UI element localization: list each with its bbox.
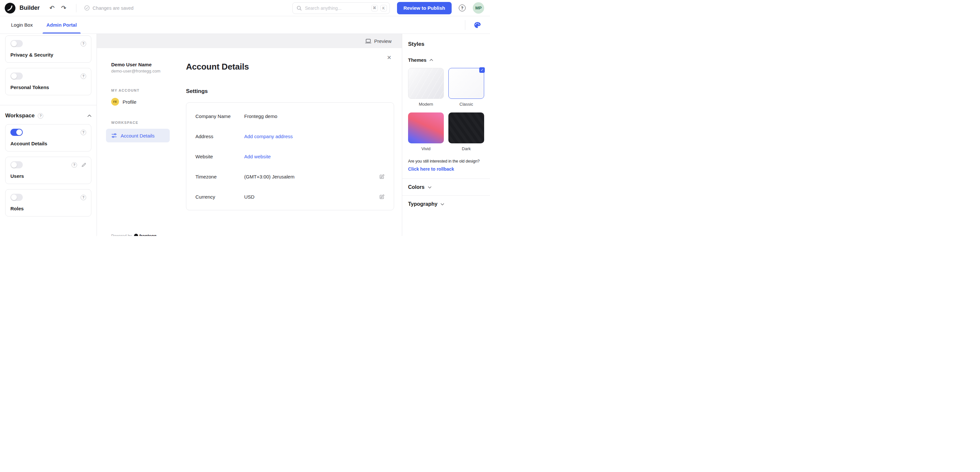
undo-button[interactable]: ↶ <box>48 4 57 12</box>
preview-label: Preview <box>374 38 391 44</box>
portal-user-email: demo-user@frontegg.com <box>111 68 179 73</box>
help-tooltip-icon[interactable]: ? <box>38 113 43 119</box>
help-tooltip-icon[interactable]: ? <box>81 41 86 46</box>
roles-toggle[interactable] <box>10 194 23 201</box>
k-key-badge: K <box>380 5 387 11</box>
theme-option-classic[interactable]: ✓ Classic <box>449 68 484 106</box>
tab-login-box[interactable]: Login Box <box>10 16 34 33</box>
builder-app: Builder ↶ ↷ Changes are saved ⌘ K Review… <box>0 0 490 236</box>
toggle-knob <box>11 194 17 200</box>
rollback-question: Are you still interested in the old desi… <box>408 159 484 164</box>
feature-card-roles: ? Roles <box>5 189 91 216</box>
portal-user: Demo User Name demo-user@frontegg.com <box>111 62 179 73</box>
theme-option-modern[interactable]: Modern <box>408 68 444 106</box>
personal-tokens-toggle[interactable] <box>10 73 23 79</box>
cmd-key-badge: ⌘ <box>371 5 378 11</box>
search-input[interactable] <box>304 5 369 11</box>
edit-icon[interactable] <box>379 174 385 180</box>
colors-collapse-header[interactable]: Colors <box>408 179 484 195</box>
workspace-section-header: Workspace ? <box>0 113 97 119</box>
colors-title: Colors <box>408 184 425 190</box>
topbar: Builder ↶ ↷ Changes are saved ⌘ K Review… <box>0 0 490 16</box>
card-label: Privacy & Security <box>10 52 86 57</box>
question-glyph: ? <box>82 41 84 46</box>
field-value: USD <box>244 194 255 200</box>
theme-thumbnail-dark <box>449 113 484 143</box>
theme-thumbnail-modern <box>408 68 444 99</box>
toggle-knob <box>11 41 17 46</box>
chevron-up-icon[interactable] <box>88 114 91 117</box>
help-tooltip-icon[interactable]: ? <box>81 195 86 200</box>
divider <box>76 4 76 12</box>
profile-avatar: FE <box>111 98 119 106</box>
card-label: Personal Tokens <box>10 84 86 90</box>
field-value: (GMT+3:00) Jerusalem <box>244 174 294 180</box>
review-to-publish-button[interactable]: Review to Publish <box>397 2 452 14</box>
redo-button[interactable]: ↷ <box>59 4 68 12</box>
settings-section-title: Settings <box>186 88 394 95</box>
search-icon <box>296 6 302 11</box>
theme-option-dark[interactable]: Dark <box>449 113 484 151</box>
tab-admin-portal[interactable]: Admin Portal <box>45 16 78 33</box>
help-tooltip-icon[interactable]: ? <box>81 130 86 135</box>
card-label: Account Details <box>10 141 86 146</box>
feature-card-personal-tokens: ? Personal Tokens <box>5 68 91 95</box>
chevron-down-icon <box>441 203 444 205</box>
nav-item-profile[interactable]: FE Profile <box>111 98 179 106</box>
field-label: Address <box>196 133 244 139</box>
palette-icon[interactable] <box>474 21 481 29</box>
user-avatar[interactable]: MP <box>473 2 484 14</box>
add-company-address-link[interactable]: Add company address <box>244 133 293 139</box>
check-circle-icon <box>84 5 90 11</box>
selected-check-icon: ✓ <box>479 67 485 73</box>
save-status-text: Changes are saved <box>93 6 134 11</box>
feature-card-users: ? Users <box>5 157 91 184</box>
users-toggle[interactable] <box>10 161 23 168</box>
help-tooltip-icon[interactable]: ? <box>72 162 77 168</box>
styles-title: Styles <box>408 41 484 48</box>
toggle-knob <box>11 162 17 168</box>
topbar-left: Builder ↶ ↷ Changes are saved <box>5 3 134 14</box>
close-icon[interactable]: ✕ <box>385 55 393 61</box>
field-label: Company Name <box>196 113 244 119</box>
rollback-link[interactable]: Click here to rollback <box>408 167 454 172</box>
styles-panel: Styles Themes Modern ✓ Classic <box>402 34 490 236</box>
chevron-up-icon <box>430 59 433 61</box>
preview-band: Preview <box>97 34 402 48</box>
account-settings-card: Company Name Frontegg demo Address Add c… <box>186 102 394 210</box>
feature-sidebar: ? Privacy & Security ? Personal Tokens W… <box>0 34 97 236</box>
content: ? Privacy & Security ? Personal Tokens W… <box>0 34 490 236</box>
workspace-section: Workspace ? ? Account Details <box>0 105 97 216</box>
privacy-security-toggle[interactable] <box>10 40 23 47</box>
divider <box>465 20 465 30</box>
help-tooltip-icon[interactable]: ? <box>81 73 86 79</box>
add-website-link[interactable]: Add website <box>244 154 271 159</box>
theme-option-vivid[interactable]: Vivid <box>408 113 444 151</box>
typography-collapse-header[interactable]: Typography <box>408 196 484 212</box>
edit-pencil-icon[interactable] <box>81 162 86 167</box>
help-icon[interactable]: ? <box>459 5 466 11</box>
theme-grid: Modern ✓ Classic Vivid Dark <box>408 68 484 151</box>
account-details-toggle[interactable] <box>10 129 23 136</box>
field-label: Currency <box>196 194 244 200</box>
portal-user-name: Demo User Name <box>111 62 179 67</box>
edit-icon[interactable] <box>379 194 385 200</box>
theme-label: Vivid <box>408 146 444 151</box>
preview-column: Preview ✕ Demo User Name demo-user@front… <box>97 34 402 236</box>
field-row-company-name: Company Name Frontegg demo <box>186 106 394 126</box>
powered-by: Powered by frontegg <box>111 234 156 236</box>
page-title: Account Details <box>186 62 394 72</box>
question-glyph: ? <box>40 114 41 118</box>
search-box[interactable]: ⌘ K <box>292 2 390 14</box>
preview-button[interactable]: Preview <box>363 38 393 44</box>
section-title: Workspace <box>5 113 35 119</box>
save-status: Changes are saved <box>84 5 134 11</box>
nav-item-account-details[interactable]: Account Details <box>106 129 170 142</box>
nav-item-label: Account Details <box>121 133 154 138</box>
portal-nav: Demo User Name demo-user@frontegg.com MY… <box>97 62 179 236</box>
themes-collapse-header[interactable]: Themes <box>408 57 484 63</box>
nav-section-title: WORKSPACE <box>111 121 179 124</box>
field-label: Website <box>196 154 244 159</box>
chevron-down-icon <box>428 186 431 189</box>
question-glyph: ? <box>461 6 463 10</box>
